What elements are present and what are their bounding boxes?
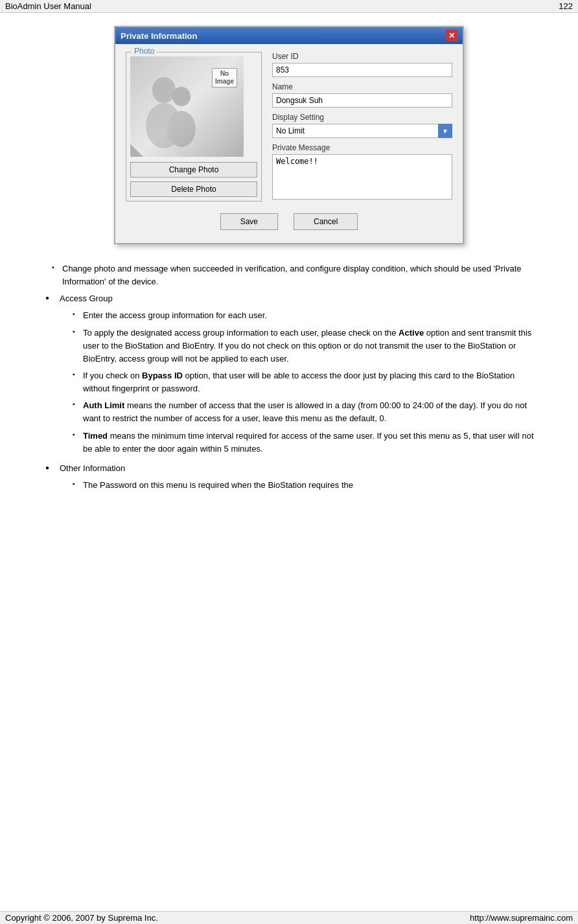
footer-copyright: Copyright © 2006, 2007 by Suprema Inc. [5,913,158,923]
display-setting-label: Display Setting [272,113,452,122]
bullet-item-1: Change photo and message when succeeded … [52,262,539,288]
photo-placeholder: NoImage [130,56,244,157]
photo-label: Photo [132,47,157,56]
dialog-inner: Photo [126,52,452,202]
dialog-titlebar: Private Information ✕ [115,27,463,44]
change-photo-button[interactable]: Change Photo [130,162,257,178]
sub-item-1: Enter the access group information for e… [73,309,539,322]
user-id-label: User ID [272,52,452,61]
page-content: Private Information ✕ Photo [0,13,578,537]
circle-item-access-group: Access Group Enter the access group info… [45,292,539,456]
photo-groupbox: Photo [126,52,262,202]
fields-section: User ID Name Display Setting [272,52,452,202]
dialog-container: Private Information ✕ Photo [39,26,539,244]
page-header: BioAdmin User Manual 122 [0,0,578,13]
sub-item-4: Auth Limit means the number of access th… [73,399,539,425]
person-silhouette-icon [139,74,198,152]
other-info-sub-list: The Password on this menu is required wh… [60,479,539,492]
page-footer: Copyright © 2006, 2007 by Suprema Inc. h… [0,911,578,924]
dialog-footer-buttons: Save Cancel [126,208,452,233]
display-setting-wrapper: No Limit Limit 1 Limit 2 ▼ [272,124,452,138]
cancel-button[interactable]: Cancel [294,213,358,230]
private-message-label: Private Message [272,143,452,152]
header-title: BioAdmin User Manual [5,1,91,11]
name-group: Name [272,82,452,108]
name-input[interactable] [272,93,452,108]
sub-item-6: The Password on this menu is required wh… [73,479,539,492]
circle-item-other-info: Other Information The Password on this m… [45,462,539,492]
photo-bg: NoImage [130,56,244,157]
access-group-sub-list: Enter the access group information for e… [60,309,539,455]
dialog-body: Photo [115,44,463,243]
svg-point-2 [172,87,191,106]
dialog-title: Private Information [121,31,197,41]
svg-point-0 [152,77,176,103]
display-setting-select[interactable]: No Limit Limit 1 Limit 2 [272,124,452,138]
user-id-input[interactable] [272,63,452,77]
other-info-label: Other Information [60,463,125,473]
delete-photo-button[interactable]: Delete Photo [130,181,257,197]
circle-list: Access Group Enter the access group info… [39,292,539,492]
no-image-badge: NoImage [212,68,237,87]
body-text: Change photo and message when succeeded … [39,262,539,492]
page-number: 122 [559,1,573,11]
access-group-label: Access Group [60,294,113,303]
footer-url: http://www.supremainc.com [470,913,573,923]
dialog-close-button[interactable]: ✕ [446,30,457,41]
private-info-dialog: Private Information ✕ Photo [114,26,464,244]
save-button[interactable]: Save [220,213,278,230]
sub-item-2: To apply the designated access group inf… [73,327,539,365]
user-id-group: User ID [272,52,452,77]
name-label: Name [272,82,452,91]
display-setting-group: Display Setting No Limit Limit 1 Limit 2… [272,113,452,138]
photo-buttons: Change Photo Delete Photo [130,162,257,197]
svg-point-3 [167,111,196,147]
photo-section: Photo [126,52,262,202]
sub-item-3: If you check on Bypass ID option, that u… [73,369,539,395]
sub-item-5: Timed means the minimum time interval re… [73,430,539,456]
private-message-group: Private Message Welcome!! [272,143,452,200]
private-message-textarea[interactable]: Welcome!! [272,154,452,200]
top-bullet-list: Change photo and message when succeeded … [39,262,539,288]
